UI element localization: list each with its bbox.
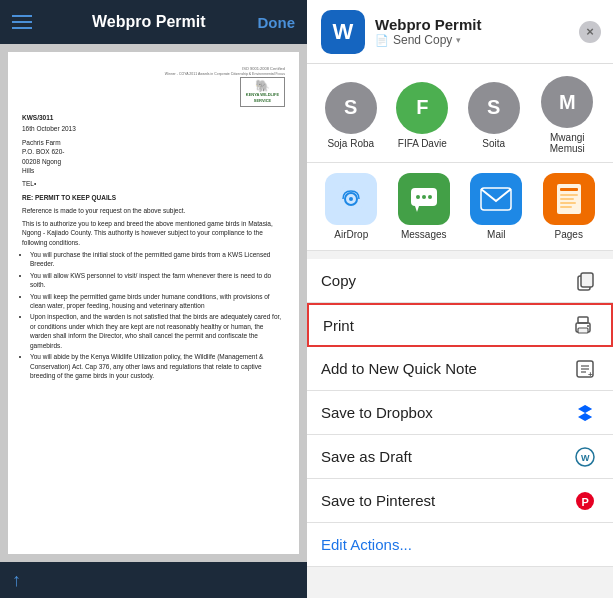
doc-award: Winner - COYA 2011 Awards in Corporate C… xyxy=(165,72,285,77)
condition-5: You will abide by the Kenya Wildlife Uti… xyxy=(30,352,285,380)
doc-ref: KWS/3011 xyxy=(22,113,285,122)
doc-address: Pachris Farm P.O. BOX 620- 00208 Ngong H… xyxy=(22,138,285,176)
contact-name-fifa: FIFA Davie xyxy=(398,138,447,149)
action-list: Copy Print Add to New Quick Note xyxy=(307,251,613,598)
condition-1: You will purchase the initial stock of t… xyxy=(30,250,285,269)
app-mail[interactable]: Mail xyxy=(470,173,522,240)
doc-logo-area: ISO 9001:2008 Certified Winner - COYA 20… xyxy=(165,64,285,107)
menu-line-3 xyxy=(12,27,32,29)
contact-avatar-soita: S xyxy=(468,82,520,134)
app-label-pages: Pages xyxy=(555,229,583,240)
action-copy[interactable]: Copy xyxy=(307,259,613,303)
app-label-mail: Mail xyxy=(487,229,505,240)
svg-rect-13 xyxy=(560,198,574,200)
action-dropbox[interactable]: Save to Dropbox xyxy=(307,391,613,435)
left-header: Webpro Permit Done xyxy=(0,0,307,44)
doc-logo-box: 🐘 KENYA WILDLIFE SERVICE xyxy=(240,77,285,107)
svg-point-7 xyxy=(428,195,432,199)
document-page: ISO 9001:2008 Certified Winner - COYA 20… xyxy=(8,52,299,554)
contact-name-mwangi: Mwangi Memusi xyxy=(539,132,595,154)
address-line3: 00208 Ngong xyxy=(22,157,285,166)
app-messages[interactable]: Messages xyxy=(398,173,450,240)
quicknote-icon: + xyxy=(571,355,599,383)
svg-point-2 xyxy=(349,197,353,201)
svg-rect-8 xyxy=(481,188,511,210)
action-print[interactable]: Print xyxy=(307,303,613,347)
contact-name-soja: Soja Roba xyxy=(327,138,374,149)
contact-mwangi[interactable]: M Mwangi Memusi xyxy=(539,76,595,154)
messages-icon xyxy=(398,173,450,225)
svg-text:P: P xyxy=(582,495,589,507)
svg-rect-20 xyxy=(578,328,588,333)
app-label-airdrop: AirDrop xyxy=(334,229,368,240)
document-title: Webpro Permit xyxy=(92,13,206,31)
svg-rect-12 xyxy=(560,194,578,196)
address-line2: P.O. BOX 620- xyxy=(22,147,285,156)
svg-marker-4 xyxy=(415,206,419,212)
condition-2: You will allow KWS personnel to visit/ i… xyxy=(30,271,285,290)
chevron-down-icon: ▾ xyxy=(456,35,461,45)
contact-avatar-mwangi: M xyxy=(541,76,593,128)
action-pinterest-label: Save to Pinterest xyxy=(321,492,435,509)
doc-body: Reference is made to your request on the… xyxy=(22,206,285,380)
action-draft-label: Save as Draft xyxy=(321,448,412,465)
close-icon: × xyxy=(586,24,594,39)
pages-icon xyxy=(543,173,595,225)
file-icon: 📄 xyxy=(375,34,389,47)
action-quicknote-label: Add to New Quick Note xyxy=(321,360,477,377)
contact-name-soita: Soita xyxy=(482,138,505,149)
doc-conditions-list: You will purchase the initial stock of t… xyxy=(22,250,285,380)
doc-body-text: This is to authorize you to keep and bre… xyxy=(22,219,285,247)
left-bottom-bar: ↑ xyxy=(0,562,307,598)
app-info: Webpro Permit 📄 Send Copy ▾ xyxy=(375,16,481,47)
action-print-label: Print xyxy=(323,317,354,334)
svg-point-21 xyxy=(587,325,589,327)
right-panel: W Webpro Permit 📄 Send Copy ▾ × S Soja R… xyxy=(307,0,613,598)
mail-icon xyxy=(470,173,522,225)
app-airdrop[interactable]: AirDrop xyxy=(325,173,377,240)
menu-icon[interactable] xyxy=(12,8,40,36)
print-icon xyxy=(569,311,597,339)
svg-point-6 xyxy=(422,195,426,199)
svg-marker-28 xyxy=(585,405,592,421)
app-name: Webpro Permit xyxy=(375,16,481,33)
elephant-icon: 🐘 xyxy=(255,80,270,92)
action-pinterest[interactable]: Save to Pinterest P xyxy=(307,479,613,523)
contact-soja[interactable]: S Soja Roba xyxy=(325,82,377,149)
action-draft[interactable]: Save as Draft W xyxy=(307,435,613,479)
action-edit[interactable]: Edit Actions... xyxy=(307,523,613,567)
done-button[interactable]: Done xyxy=(258,14,296,31)
doc-date: 16th October 2013 xyxy=(22,124,285,133)
contact-soita[interactable]: S Soita xyxy=(468,82,520,149)
doc-header: ISO 9001:2008 Certified Winner - COYA 20… xyxy=(22,64,285,107)
action-text: Send Copy xyxy=(393,33,452,47)
svg-rect-15 xyxy=(560,206,572,208)
svg-rect-19 xyxy=(578,317,588,323)
contacts-row: S Soja Roba F FIFA Davie S Soita M Mwang… xyxy=(307,64,613,163)
dropbox-icon xyxy=(571,399,599,427)
document-container: ISO 9001:2008 Certified Winner - COYA 20… xyxy=(0,44,307,562)
svg-rect-11 xyxy=(560,188,578,191)
share-header: W Webpro Permit 📄 Send Copy ▾ × xyxy=(307,0,613,64)
app-pages[interactable]: Pages xyxy=(543,173,595,240)
action-label: 📄 Send Copy ▾ xyxy=(375,33,481,47)
left-panel: Webpro Permit Done ISO 9001:2008 Certifi… xyxy=(0,0,307,598)
address-line1: Pachris Farm xyxy=(22,138,285,147)
menu-line-1 xyxy=(12,15,32,17)
condition-4: Upon inspection, and the warden is not s… xyxy=(30,312,285,350)
upload-icon[interactable]: ↑ xyxy=(12,570,21,591)
logo-org-name: KENYA WILDLIFE SERVICE xyxy=(241,92,284,104)
wordpress-icon: W xyxy=(571,443,599,471)
svg-text:+: + xyxy=(588,370,593,379)
close-button[interactable]: × xyxy=(579,21,601,43)
apps-row: AirDrop Messages xyxy=(307,163,613,251)
svg-point-5 xyxy=(416,195,420,199)
app-label-messages: Messages xyxy=(401,229,447,240)
contact-avatar-fifa: F xyxy=(396,82,448,134)
doc-re: RE: PERMIT TO KEEP QUAILS xyxy=(22,193,285,202)
pinterest-icon: P xyxy=(571,487,599,515)
action-quicknote[interactable]: Add to New Quick Note + xyxy=(307,347,613,391)
action-edit-label: Edit Actions... xyxy=(321,536,412,553)
airdrop-icon xyxy=(325,173,377,225)
contact-fifa[interactable]: F FIFA Davie xyxy=(396,82,448,149)
